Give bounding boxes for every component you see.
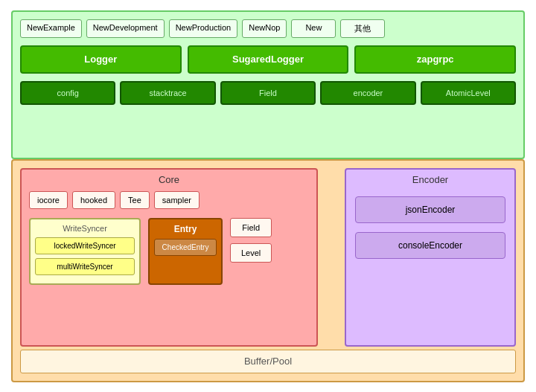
config-box: config — [20, 81, 115, 105]
multiwritesyncer-box: multiWriteSyncer — [35, 258, 135, 275]
tee-chip: Tee — [120, 191, 150, 209]
level-box: Level — [230, 243, 272, 263]
tab-newproduction[interactable]: NewProduction — [169, 19, 238, 38]
entry-panel: Entry CheckedEntry — [148, 218, 223, 285]
tab-new[interactable]: New — [291, 19, 336, 38]
consoleencoder-box: consoleEncoder — [355, 232, 505, 259]
buffer-pool-label: Buffer/Pool — [244, 356, 292, 367]
checkedentry-box: CheckedEntry — [154, 239, 217, 256]
core-panel: Core iocore hooked Tee sampler WriteSync… — [20, 168, 318, 347]
sampler-chip: sampler — [154, 191, 200, 209]
iocore-chip: iocore — [29, 191, 68, 209]
zapgrpc-box: zapgrpc — [354, 45, 516, 74]
writesyncer-panel: WriteSyncer lockedWriteSyncer multiWrite… — [29, 218, 141, 285]
encoder-panel: Encoder jsonEncoder consoleEncoder — [345, 168, 516, 347]
core-title: Core — [22, 174, 316, 185]
core-chips-row: iocore hooked Tee sampler — [22, 191, 316, 209]
architecture-diagram: NewExample NewDevelopment NewProduction … — [11, 10, 525, 382]
encoder-box-top: encoder — [320, 81, 415, 105]
stacktrace-box: stacktrace — [120, 81, 215, 105]
logger-row: Logger SugaredLogger zapgrpc — [20, 45, 516, 74]
logger-box: Logger — [20, 45, 182, 74]
entry-title: Entry — [154, 224, 217, 234]
encoder-title: Encoder — [346, 174, 514, 185]
field-box-top: Field — [220, 81, 316, 105]
sub-row: config stacktrace Field encoder AtomicLe… — [20, 81, 516, 105]
field-level-col: Field Level — [230, 218, 272, 285]
tab-newexample[interactable]: NewExample — [20, 19, 82, 38]
tab-row: NewExample NewDevelopment NewProduction … — [20, 19, 516, 38]
tab-other[interactable]: 其他 — [340, 19, 385, 38]
tab-newdevelopment[interactable]: NewDevelopment — [86, 19, 165, 38]
jsonencoder-box: jsonEncoder — [355, 196, 505, 223]
buffer-pool-bar: Buffer/Pool — [20, 350, 516, 373]
top-section: NewExample NewDevelopment NewProduction … — [11, 10, 525, 159]
atomiclevel-box: AtomicLevel — [421, 81, 516, 105]
tab-newnop[interactable]: NewNop — [242, 19, 287, 38]
bottom-section: Core iocore hooked Tee sampler WriteSync… — [11, 159, 525, 382]
sugaredlogger-box: SugaredLogger — [188, 45, 349, 74]
core-lower: WriteSyncer lockedWriteSyncer multiWrite… — [22, 218, 316, 285]
lockedwritesyncer-box: lockedWriteSyncer — [35, 237, 135, 254]
hooked-chip: hooked — [72, 191, 115, 209]
writesyncer-title: WriteSyncer — [35, 224, 135, 233]
field-box: Field — [230, 218, 272, 237]
